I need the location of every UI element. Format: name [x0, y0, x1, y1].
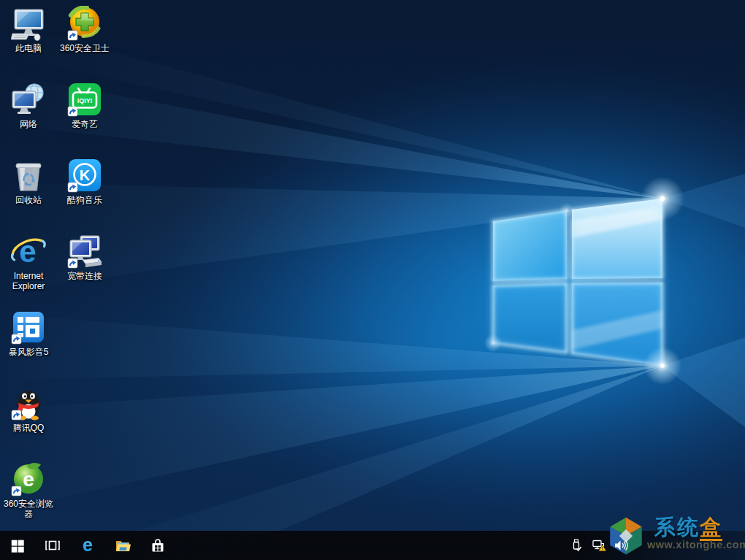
kugou-music-icon: K [67, 158, 102, 193]
shortcut-arrow-overlay [68, 107, 77, 116]
edge-browser-icon: e [78, 536, 97, 555]
desktop-icon-label: 宽带连接 [67, 271, 102, 281]
qq-penguin-icon [11, 386, 46, 421]
desktop-icon-label: 网络 [20, 119, 37, 129]
360-browser-icon: e [11, 461, 46, 496]
watermark-brand-accent: 盒 [700, 515, 722, 541]
network-icon [11, 82, 46, 117]
desktop-icon-recycle-bin[interactable]: 回收站 [0, 158, 57, 205]
watermark-brand-primary: 系统 [654, 515, 700, 539]
watermark-brand: 系统盒 [654, 516, 745, 538]
svg-text:iQIYI: iQIYI [77, 97, 93, 104]
shortcut-arrow-overlay [68, 258, 77, 268]
store-bag-icon [149, 537, 167, 554]
desktop-icon-network[interactable]: 网络 [0, 82, 57, 129]
shortcut-arrow-overlay [12, 410, 21, 420]
svg-text:e: e [23, 468, 34, 491]
desktop-icon-label: 爱奇艺 [72, 119, 98, 129]
watermark-url: www.xitonghe.com [647, 539, 745, 551]
svg-text:K: K [80, 167, 91, 183]
task-view-icon [44, 537, 61, 554]
desktop-icon-label: 腾讯QQ [13, 423, 45, 433]
task-view-button[interactable] [35, 531, 70, 560]
store-button[interactable] [140, 531, 175, 560]
network-warning-icon [592, 538, 607, 553]
desktop-icon-iqiyi[interactable]: iQIYI 爱奇艺 [56, 82, 113, 129]
desktop-icon-this-pc[interactable]: 此电脑 [0, 6, 57, 53]
desktop-icon-label: 360安全浏览器 [0, 499, 57, 519]
iqiyi-icon: iQIYI [67, 82, 102, 117]
desktop-icon-label: 暴风影音5 [9, 347, 49, 357]
desktop-icon-label: 360安全卫士 [60, 43, 110, 53]
desktop-icon-kugou-music[interactable]: K 酷狗音乐 [56, 158, 113, 205]
recycle-bin-icon [11, 158, 46, 193]
windows-logo-icon [9, 537, 26, 553]
desktop-icon-broadband[interactable]: 宽带连接 [56, 234, 113, 281]
system-tray [567, 531, 631, 560]
360-safeguard-icon [67, 6, 102, 41]
start-button[interactable] [0, 531, 35, 560]
this-pc-icon [11, 6, 46, 41]
shortcut-arrow-overlay [68, 31, 77, 40]
desktop-icon-360-safeguard[interactable]: 360安全卫士 [56, 6, 113, 53]
desktop-icon-label: 酷狗音乐 [67, 195, 102, 205]
folder-icon [114, 537, 131, 554]
desktop-icon-internet-explorer[interactable]: e Internet Explorer [0, 234, 57, 291]
desktop-icon-360-browser[interactable]: e 360安全浏览器 [0, 461, 57, 519]
file-explorer-button[interactable] [105, 531, 140, 560]
desktop-icon-baofeng5[interactable]: 暴风影音5 [0, 310, 57, 357]
edge-browser-button[interactable]: e [70, 531, 105, 560]
speaker-icon [614, 538, 630, 553]
volume-tray-icon[interactable] [612, 531, 631, 560]
shortcut-arrow-overlay [12, 334, 21, 344]
desktop-icon-tencent-qq[interactable]: 腾讯QQ [0, 386, 57, 433]
svg-text:e: e [83, 536, 93, 555]
network-status-tray-icon[interactable] [589, 531, 608, 560]
broadband-connection-icon [67, 234, 102, 269]
baofeng-player-icon [11, 310, 46, 345]
usb-safely-remove-tray-icon[interactable] [567, 531, 586, 560]
desktop-icon-label: 回收站 [15, 195, 42, 205]
desktop-icon-label: 此电脑 [15, 43, 42, 53]
desktop-icon-label: Internet Explorer [0, 271, 57, 291]
internet-explorer-icon: e [11, 234, 46, 269]
usb-device-icon [569, 538, 584, 553]
shortcut-arrow-overlay [12, 486, 21, 496]
shortcut-arrow-overlay [68, 183, 77, 192]
